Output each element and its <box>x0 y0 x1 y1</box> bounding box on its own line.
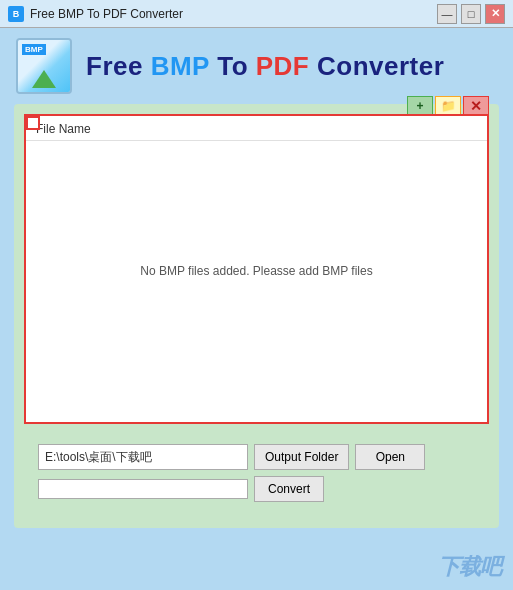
control-row-1: Output Folder Open <box>38 444 475 470</box>
remove-file-button[interactable]: ✕ <box>463 96 489 116</box>
control-row-2: Convert <box>38 476 475 502</box>
watermark: 下载吧 <box>438 552 501 582</box>
app-content: BMP Free BMP To PDF Converter + 📁 ✕ File… <box>0 28 513 590</box>
corner-decoration <box>26 116 40 130</box>
file-list-body: No BMP files added. Pleasse add BMP file… <box>26 141 487 401</box>
title-free: Free <box>86 51 151 81</box>
output-folder-button[interactable]: Output Folder <box>254 444 349 470</box>
logo-mountain-icon <box>32 70 56 88</box>
convert-button[interactable]: Convert <box>254 476 324 502</box>
file-list-container: File Name No BMP files added. Pleasse ad… <box>24 114 489 424</box>
app-title: Free BMP To PDF Converter <box>86 51 444 82</box>
empty-message: No BMP files added. Pleasse add BMP file… <box>140 264 372 278</box>
close-button[interactable]: ✕ <box>485 4 505 24</box>
main-panel: + 📁 ✕ File Name No BMP files added. Plea… <box>14 104 499 528</box>
output-path-input[interactable] <box>38 444 248 470</box>
app-icon-letter: B <box>13 9 20 19</box>
app-header: BMP Free BMP To PDF Converter <box>0 28 513 104</box>
title-converter: Converter <box>309 51 444 81</box>
add-file-button[interactable]: + <box>407 96 433 116</box>
file-list-header: File Name <box>26 116 487 141</box>
app-logo: BMP <box>16 38 72 94</box>
column-filename: File Name <box>36 122 91 136</box>
title-bar-left: B Free BMP To PDF Converter <box>8 6 183 22</box>
folder-icon: 📁 <box>441 99 456 113</box>
title-bar-text: Free BMP To PDF Converter <box>30 7 183 21</box>
maximize-button[interactable]: □ <box>461 4 481 24</box>
title-bar-controls: — □ ✕ <box>437 4 505 24</box>
title-bmp: BMP <box>151 51 210 81</box>
file-list-toolbar: + 📁 ✕ <box>407 96 489 116</box>
app-icon: B <box>8 6 24 22</box>
bottom-controls: Output Folder Open Convert <box>24 444 489 518</box>
title-bar: B Free BMP To PDF Converter — □ ✕ <box>0 0 513 28</box>
open-button[interactable]: Open <box>355 444 425 470</box>
open-folder-button[interactable]: 📁 <box>435 96 461 116</box>
title-to: To <box>209 51 255 81</box>
file-list-section: + 📁 ✕ File Name No BMP files added. Plea… <box>24 114 489 434</box>
minimize-button[interactable]: — <box>437 4 457 24</box>
title-pdf: PDF <box>256 51 310 81</box>
progress-bar <box>38 479 248 499</box>
logo-bmp-tag: BMP <box>22 44 46 55</box>
